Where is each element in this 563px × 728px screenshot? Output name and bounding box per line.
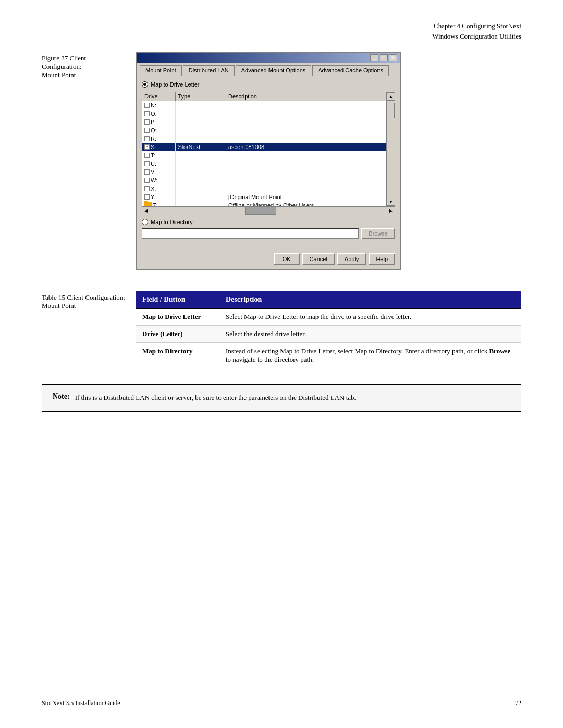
footer-left: StorNext 3.5 Installation Guide: [42, 699, 120, 707]
drive-row[interactable]: T:: [142, 151, 395, 159]
drive-row[interactable]: N:: [142, 101, 395, 109]
drive-cell-letter: Z:: [142, 201, 176, 207]
scrollbar-thumb[interactable]: [386, 103, 395, 118]
drive-row[interactable]: W:: [142, 176, 395, 184]
drive-letter: S:: [151, 144, 156, 150]
col-description: Description: [226, 92, 394, 101]
dialog-content: Map to Drive Letter Drive Type Descripti…: [137, 76, 400, 249]
drive-cell-letter: N:: [142, 101, 176, 109]
table-section: Table 15 Client Configuration: Mount Poi…: [42, 291, 521, 368]
note-box: Note: If this is a Distributed LAN clien…: [42, 384, 521, 412]
scroll-left-arrow[interactable]: ◀: [142, 207, 150, 215]
radio-map-dir-label: Map to Directory: [151, 219, 193, 225]
drive-row[interactable]: Q:: [142, 126, 395, 134]
minimize-button[interactable]: _: [370, 54, 378, 61]
drive-cell-letter: S:: [142, 143, 176, 151]
note-text: If this is a Distributed LAN client or s…: [75, 392, 356, 403]
row-field: Map to Directory: [136, 343, 219, 368]
drive-cell-type: [176, 193, 226, 201]
drive-cell-type: [176, 118, 226, 126]
drive-row[interactable]: O:: [142, 109, 395, 118]
drive-cell-letter: V:: [142, 168, 176, 176]
drive-cell-type: [176, 168, 226, 176]
scroll-thumb-h: [245, 207, 276, 215]
drive-cell-letter: Y:: [142, 193, 176, 201]
figure-section: Figure 37 Client Configuration: Mount Po…: [42, 52, 521, 270]
drive-cell-letter: T:: [142, 151, 176, 159]
drive-cell-type: [176, 201, 226, 207]
drive-checkbox[interactable]: [144, 153, 150, 158]
drive-row[interactable]: R:: [142, 134, 395, 143]
drive-checkbox[interactable]: [144, 136, 150, 141]
drive-checkbox[interactable]: [144, 161, 150, 166]
drive-cell-description: [226, 159, 394, 168]
drive-letter: Y:: [151, 194, 156, 200]
drive-cell-letter: W:: [142, 176, 176, 184]
drive-letter: Q:: [151, 127, 157, 133]
reference-table: Field / Button Description Map to Drive …: [136, 291, 521, 368]
dialog-titlebar-buttons: _ □ ✕: [370, 54, 397, 61]
drive-cell-description: [226, 176, 394, 184]
tab-advanced-mount[interactable]: Advanced Mount Options: [236, 65, 312, 76]
drive-checkbox[interactable]: [144, 178, 150, 183]
drive-checkbox[interactable]: [144, 128, 150, 133]
drive-letter: O:: [151, 110, 157, 117]
drive-checkbox[interactable]: [144, 111, 150, 116]
header-line1: Chapter 4 Configuring StorNext: [42, 21, 521, 31]
browse-button[interactable]: Browse: [361, 228, 395, 239]
drive-cell-letter: R:: [142, 134, 176, 143]
radio-map-drive-label: Map to Drive Letter: [151, 81, 200, 88]
drive-row[interactable]: V:: [142, 168, 395, 176]
drive-cell-letter: Q:: [142, 126, 176, 134]
page-container: Chapter 4 Configuring StorNext Windows C…: [0, 0, 563, 728]
drive-checkbox[interactable]: [144, 103, 150, 108]
ok-button[interactable]: OK: [274, 253, 300, 265]
radio-map-dir-circle: [142, 219, 148, 225]
tab-mount-point[interactable]: Mount Point: [140, 65, 182, 76]
drive-row[interactable]: S:StorNextascent081008: [142, 143, 395, 151]
drive-cell-type: [176, 101, 226, 109]
scroll-right-arrow[interactable]: ▶: [387, 207, 395, 215]
drive-letter: R:: [151, 135, 156, 142]
drive-letter: T:: [151, 152, 155, 158]
drive-letter: V:: [151, 169, 156, 175]
radio-map-directory[interactable]: Map to Directory: [142, 219, 395, 225]
scrollbar-vertical[interactable]: ▲ ▼: [386, 92, 395, 206]
apply-button[interactable]: Apply: [337, 253, 366, 265]
drive-checkbox[interactable]: [144, 194, 150, 200]
drive-row[interactable]: Y:[Original Mount Point]: [142, 193, 395, 201]
drive-row[interactable]: U:: [142, 159, 395, 168]
tab-distributed-lan[interactable]: Distributed LAN: [183, 65, 235, 76]
drive-cell-letter: X:: [142, 184, 176, 193]
col-description: Description: [219, 291, 521, 309]
drive-checkbox[interactable]: [144, 119, 150, 125]
drive-cell-type: [176, 151, 226, 159]
drive-cell-type: StorNext: [176, 143, 226, 151]
drive-letter: Z:: [153, 202, 158, 207]
figure-caption-line2: Mount Point: [42, 71, 125, 79]
page-header: Chapter 4 Configuring StorNext Windows C…: [0, 0, 563, 46]
cancel-button[interactable]: Cancel: [302, 253, 335, 265]
drive-cell-letter: U:: [142, 159, 176, 168]
table-row: Drive (Letter)Select the desired drive l…: [136, 326, 521, 343]
radio-map-drive-letter[interactable]: Map to Drive Letter: [142, 81, 395, 88]
drive-letter: W:: [151, 177, 157, 183]
drive-cell-type: [176, 126, 226, 134]
drive-row[interactable]: P:: [142, 118, 395, 126]
drive-row[interactable]: Z:Offline or Mapped by Other Users: [142, 201, 395, 207]
scrollbar-horizontal[interactable]: ◀ ▶: [142, 206, 395, 215]
close-button[interactable]: ✕: [389, 54, 397, 61]
drive-checkbox[interactable]: [144, 144, 150, 150]
drive-checkbox[interactable]: [144, 169, 150, 175]
help-button[interactable]: Help: [369, 253, 395, 265]
drive-row[interactable]: X:: [142, 184, 395, 193]
drive-cell-description: [226, 184, 394, 193]
drive-cell-description: ascent081008: [226, 143, 394, 151]
dialog-titlebar: _ □ ✕: [137, 53, 400, 63]
drive-checkbox[interactable]: [144, 186, 150, 191]
directory-input[interactable]: [142, 228, 359, 239]
maximize-button[interactable]: □: [380, 54, 388, 61]
tab-advanced-cache[interactable]: Advanced Cache Options: [312, 65, 389, 76]
drive-cell-letter: O:: [142, 109, 176, 118]
page-footer: StorNext 3.5 Installation Guide 72: [0, 689, 563, 718]
